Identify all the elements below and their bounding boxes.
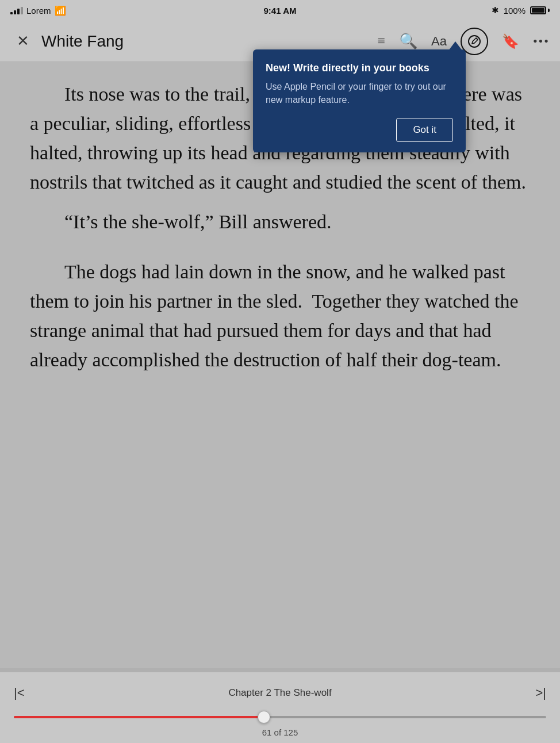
book-title: White Fang [41,32,377,51]
wifi-icon: 📶 [55,5,66,16]
tooltip-body: Use Apple Pencil or your finger to try o… [266,80,453,106]
progress-bar[interactable] [0,710,560,724]
got-it-button[interactable]: Got it [396,118,453,142]
battery-percent: 100% [504,6,526,16]
progress-fill [14,716,264,718]
svg-point-0 [469,36,480,47]
tooltip-title: New! Write directly in your books [266,62,453,74]
battery-icon [530,6,550,14]
pencil-svg [468,35,481,48]
progress-track [14,716,546,718]
carrier-label: Lorem [26,6,51,16]
status-bar: Lorem 📶 9:41 AM ✱ 100% [0,0,560,21]
search-icon[interactable]: 🔍 [399,32,417,50]
bookmark-icon[interactable]: 🔖 [502,33,519,49]
menu-icon[interactable]: ≡ [377,33,385,49]
tooltip-popup: New! Write directly in your books Use Ap… [253,49,466,152]
chapter-label: Chapter 2 The She-wolf [228,687,331,699]
reader-content: Its nose was to the trail, and it did no… [0,62,560,668]
close-button[interactable]: ✕ [10,34,36,49]
paragraph-3: The dogs had lain down in the snow, and … [30,257,530,374]
progress-thumb[interactable] [258,711,270,723]
bottom-bar: |< Chapter 2 The She-wolf >| 61 of 125 [0,672,560,743]
status-left: Lorem 📶 [10,5,66,16]
last-page-button[interactable]: >| [535,685,546,700]
bluetooth-icon: ✱ [492,5,499,16]
status-time: 9:41 AM [264,6,297,16]
tooltip-arrow [448,41,462,51]
chapter-nav: |< Chapter 2 The She-wolf >| [0,678,560,708]
paragraph-2: “It’s the she-wolf,” Bill answered. [30,207,530,236]
first-page-button[interactable]: |< [14,685,25,700]
font-icon[interactable]: Aa [431,34,447,49]
signal-icon [10,7,23,14]
page-count: 61 of 125 [0,724,560,743]
more-options-icon[interactable]: ••• [533,34,550,49]
status-right: ✱ 100% [492,5,550,16]
